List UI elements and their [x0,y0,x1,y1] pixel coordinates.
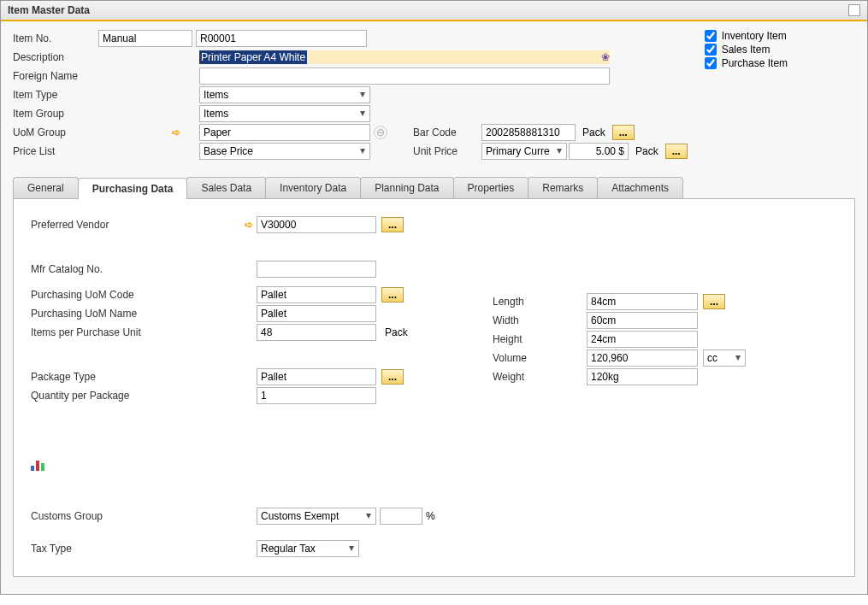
volume-label: Volume [493,352,587,364]
item-no-mode[interactable] [98,30,192,47]
link-arrow-icon[interactable]: ➪ [168,219,253,231]
pricelist-label: Price List [13,145,98,157]
globe-icon[interactable]: ❀ [601,51,610,63]
height-label: Height [493,333,587,345]
inventory-item-checkbox[interactable] [705,30,717,42]
length-browse-button[interactable]: ... [703,294,725,309]
tab-sales-data[interactable]: Sales Data [186,177,266,198]
puom-code-browse-button[interactable]: ... [381,287,404,302]
titlebar: Item Master Data [1,1,867,21]
sales-item-checkbox[interactable] [705,44,717,56]
uom-group-label: UoM Group [13,126,98,138]
window-title: Item Master Data [8,4,90,16]
tab-attachments[interactable]: Attachments [597,177,683,198]
barcode-browse-button[interactable]: ... [612,125,635,140]
purchase-item-checkbox[interactable] [705,57,717,69]
package-type-label: Package Type [31,371,257,383]
unitprice-field[interactable] [569,143,629,160]
pref-vendor-browse-button[interactable]: ... [381,217,404,232]
puom-code-field[interactable] [257,286,376,303]
volume-unit-select[interactable] [703,349,746,367]
item-no-label: Item No. [13,32,98,44]
foreign-name-field[interactable] [199,68,610,85]
purchase-item-label: Purchase Item [722,57,788,69]
item-master-window: Item Master Data Item No. Description Pr… [0,0,868,595]
tabs: General Purchasing Data Sales Data Inven… [13,177,855,199]
tax-type-select[interactable] [257,540,359,557]
mfr-catalog-label: Mfr Catalog No. [31,263,257,275]
width-field[interactable] [587,312,698,329]
tab-body-purchasing: Preferred Vendor ➪ ... Mfr Catalog No. P… [13,199,855,577]
weight-label: Weight [493,371,587,383]
barcode-unit: Pack [582,126,605,138]
percent-sign: % [426,510,435,522]
weight-field[interactable] [587,368,698,385]
pricelist-select[interactable] [199,143,370,160]
tab-remarks[interactable]: Remarks [528,177,598,198]
uom-group-field[interactable] [199,124,370,141]
unitprice-unit: Pack [635,145,658,157]
tab-inventory-data[interactable]: Inventory Data [265,177,361,198]
qty-per-package-label: Quantity per Package [31,390,257,402]
clear-icon[interactable]: ⊖ [374,126,387,139]
tab-properties[interactable]: Properties [453,177,529,198]
pref-vendor-field[interactable] [257,216,376,233]
tab-general[interactable]: General [13,177,79,198]
height-field[interactable] [587,331,698,348]
description-field[interactable]: Printer Paper A4 White ❀ [199,50,610,64]
unitprice-label: Unit Price [413,145,481,157]
customs-percent-field [380,508,422,525]
item-group-select[interactable] [199,105,370,122]
maximize-icon[interactable] [848,4,860,16]
item-type-label: Item Type [13,89,98,101]
foreign-name-label: Foreign Name [13,70,98,82]
length-field[interactable] [587,293,698,310]
package-type-browse-button[interactable]: ... [381,369,404,385]
customs-group-label: Customs Group [31,510,257,522]
inventory-item-label: Inventory Item [722,30,787,42]
puom-name-field [257,305,376,322]
items-per-unit-field [257,324,376,341]
link-arrow-icon[interactable]: ➪ [172,126,180,138]
package-type-field[interactable] [257,368,376,385]
unitprice-currency-select[interactable] [481,143,567,160]
volume-field[interactable] [587,349,698,367]
length-label: Length [493,296,587,308]
mfr-catalog-field[interactable] [257,261,376,278]
item-no-field[interactable] [196,30,367,47]
tab-planning-data[interactable]: Planning Data [360,177,453,198]
customs-group-select[interactable] [257,508,376,525]
sales-item-label: Sales Item [722,44,771,56]
description-value: Printer Paper A4 White [199,50,307,64]
puom-code-label: Purchasing UoM Code [31,289,257,301]
pref-vendor-label: Preferred Vendor [31,219,168,231]
barcode-field[interactable] [481,124,576,141]
tax-type-label: Tax Type [31,543,257,555]
barcode-label: Bar Code [413,126,481,138]
tab-purchasing-data[interactable]: Purchasing Data [78,178,188,199]
items-per-unit-label: Items per Purchase Unit [31,326,257,338]
unitprice-browse-button[interactable]: ... [665,144,688,159]
item-type-select[interactable] [199,86,370,103]
description-label: Description [13,51,98,63]
puom-name-label: Purchasing UoM Name [31,308,257,320]
items-per-unit-suffix: Pack [385,326,408,338]
chart-icon[interactable] [31,457,46,471]
item-group-label: Item Group [13,108,98,120]
width-label: Width [493,314,587,326]
qty-per-package-field [257,387,376,404]
